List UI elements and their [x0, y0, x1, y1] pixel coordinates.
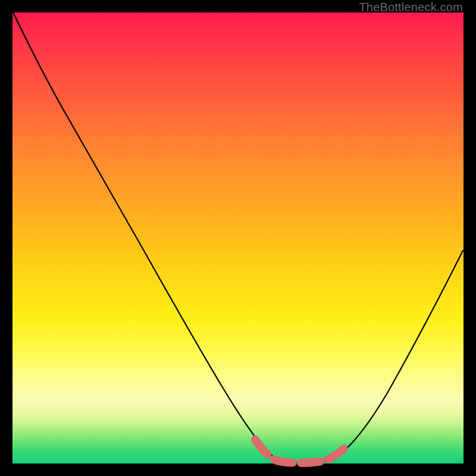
chart-frame: TheBottleneck.com	[0, 0, 476, 476]
curve-overlay	[12, 12, 464, 464]
watermark-text: TheBottleneck.com	[359, 1, 463, 14]
basin-highlight	[255, 440, 349, 463]
bottleneck-curve	[13, 12, 463, 464]
